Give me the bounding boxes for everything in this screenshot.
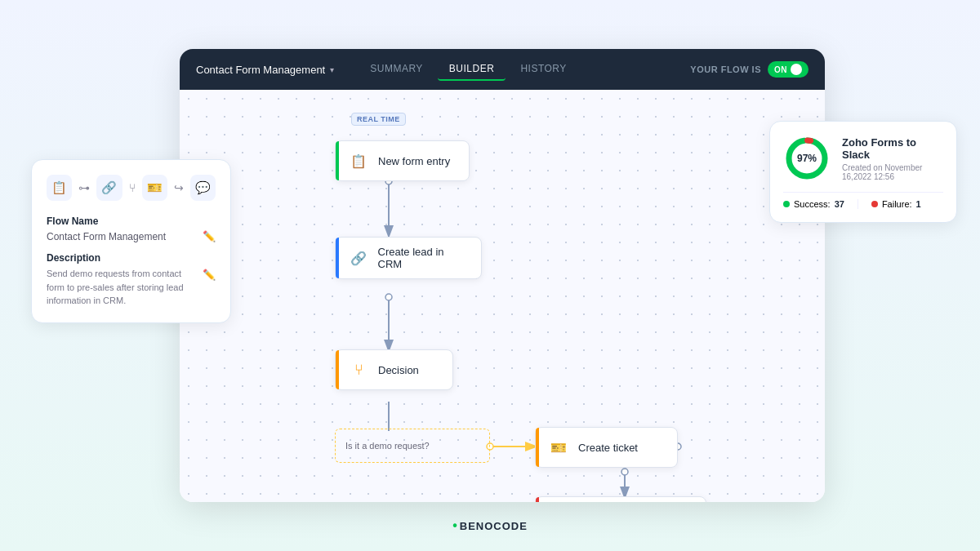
crm-icon: 🔗 bbox=[347, 247, 370, 269]
node-new-form-entry-label: New form entry bbox=[378, 155, 450, 167]
panel-icon-ticket: 🎫 bbox=[142, 175, 167, 201]
nav-chevron-icon: ▾ bbox=[330, 65, 334, 74]
success-label: Success: bbox=[794, 199, 831, 209]
panel-icon-crm: 🔗 bbox=[96, 175, 122, 201]
success-value: 37 bbox=[835, 199, 844, 209]
donut-percent: 97% bbox=[797, 153, 817, 164]
stats-title: Zoho Forms to Slack bbox=[842, 136, 943, 161]
node-decision[interactable]: ⑂ Decision bbox=[335, 349, 453, 390]
failure-dot bbox=[871, 201, 878, 207]
svg-point-6 bbox=[385, 294, 392, 300]
app-window: Contact Form Management ▾ SUMMARY BUILDE… bbox=[180, 49, 825, 502]
nav-tabs: SUMMARY BUILDER HISTORY bbox=[359, 58, 578, 81]
realtime-badge: REAL TIME bbox=[351, 113, 406, 126]
condition-label: Is it a demo request? bbox=[345, 441, 430, 451]
canvas: REAL TIME bbox=[180, 90, 825, 502]
toggle-circle bbox=[791, 64, 802, 75]
branding: • BENOCODE bbox=[452, 518, 528, 533]
flow-connections bbox=[180, 90, 825, 502]
node-notify-presales[interactable]: Notify pre-sales team bbox=[535, 496, 706, 502]
flow-name-edit-icon[interactable]: ✏️ bbox=[203, 230, 216, 242]
node-accent-green bbox=[336, 141, 339, 180]
failure-stat: Failure: 1 bbox=[871, 199, 921, 209]
description-edit-icon[interactable]: ✏️ bbox=[203, 269, 216, 281]
panel-icon-form: 📋 bbox=[47, 175, 72, 201]
tab-summary[interactable]: SUMMARY bbox=[359, 58, 434, 81]
condition-box[interactable]: Is it a demo request? bbox=[335, 429, 490, 463]
brand-name: BENOCODE bbox=[460, 520, 528, 532]
node-create-ticket-label: Create ticket bbox=[578, 442, 638, 454]
flow-name-label: Flow Name bbox=[47, 216, 216, 227]
decision-icon: ⑂ bbox=[347, 358, 370, 381]
node-create-lead-label: Create lead in CRM bbox=[378, 246, 470, 270]
panel-icon-slack: 💬 bbox=[190, 175, 216, 201]
flow-status: YOUR FLOW IS ON bbox=[690, 61, 808, 78]
nav-bar: Contact Form Management ▾ SUMMARY BUILDE… bbox=[180, 49, 825, 90]
failure-label: Failure: bbox=[882, 199, 912, 209]
brand-dot: • bbox=[452, 518, 458, 533]
node-accent-red bbox=[536, 497, 539, 502]
node-accent-orange bbox=[336, 350, 339, 389]
success-stat: Success: 37 bbox=[783, 199, 844, 209]
connector-icon-1: ⊶ bbox=[78, 181, 90, 194]
form-icon: 📋 bbox=[347, 149, 370, 172]
node-new-form-entry[interactable]: 📋 New form entry bbox=[335, 140, 470, 181]
flow-toggle[interactable]: ON bbox=[768, 61, 808, 78]
stats-date: Created on November 16,2022 12:56 bbox=[842, 163, 943, 181]
panel-icons: 📋 ⊶ 🔗 ⑂ 🎫 ↪ 💬 bbox=[47, 175, 216, 201]
main-container: 📋 ⊶ 🔗 ⑂ 🎫 ↪ 💬 Flow Name Contact Form Man… bbox=[0, 0, 980, 551]
description-label: Description bbox=[47, 252, 216, 264]
description-value: Send demo requests from contact form to … bbox=[47, 267, 196, 308]
nav-title[interactable]: Contact Form Management ▾ bbox=[196, 64, 334, 76]
stats-row: Success: 37 Failure: 1 bbox=[783, 199, 943, 209]
node-accent-blue bbox=[336, 238, 339, 278]
ticket-icon: 🎫 bbox=[547, 436, 570, 459]
node-create-ticket[interactable]: 🎫 Create ticket bbox=[535, 427, 678, 468]
connector-icon-3: ↪ bbox=[174, 181, 184, 194]
flow-name-value: Contact Form Management ✏️ bbox=[47, 230, 216, 242]
success-dot bbox=[783, 201, 790, 207]
stats-separator bbox=[858, 199, 858, 209]
left-panel: 📋 ⊶ 🔗 ⑂ 🎫 ↪ 💬 Flow Name Contact Form Man… bbox=[31, 159, 231, 323]
svg-point-9 bbox=[621, 469, 628, 475]
failure-value: 1 bbox=[916, 199, 921, 209]
node-accent-orange-ticket bbox=[536, 428, 539, 467]
tab-builder[interactable]: BUILDER bbox=[438, 58, 506, 81]
connector-icon-2: ⑂ bbox=[129, 181, 136, 194]
stats-info: Zoho Forms to Slack Created on November … bbox=[842, 136, 943, 181]
donut-chart: 97% bbox=[783, 135, 831, 182]
stats-header: 97% Zoho Forms to Slack Created on Novem… bbox=[783, 135, 943, 182]
stats-panel: 97% Zoho Forms to Slack Created on Novem… bbox=[769, 121, 957, 223]
tab-history[interactable]: HISTORY bbox=[509, 58, 577, 81]
stats-divider bbox=[783, 192, 943, 193]
node-create-lead[interactable]: 🔗 Create lead in CRM bbox=[335, 237, 482, 279]
node-decision-label: Decision bbox=[378, 364, 419, 376]
